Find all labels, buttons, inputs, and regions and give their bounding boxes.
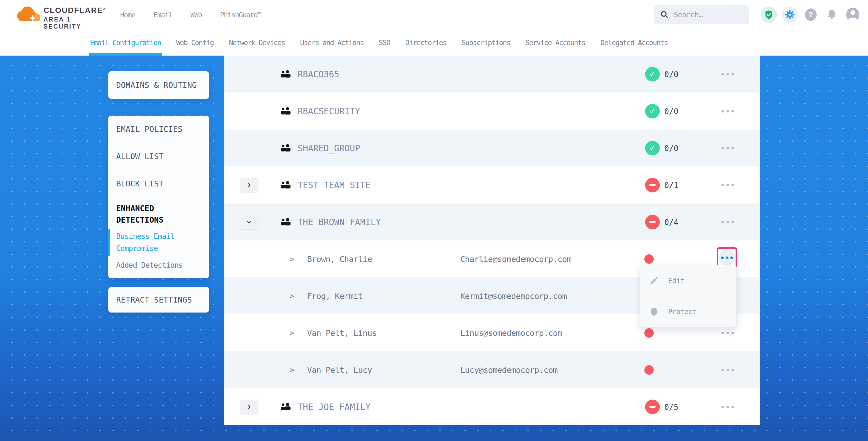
group-name: THE JOE FAMILY — [298, 402, 371, 412]
sidebar-item-email-policies[interactable]: EMAIL POLICIES — [108, 116, 209, 143]
sidebar-item-allow-list[interactable]: ALLOW LIST — [108, 143, 209, 170]
brand-name: CLOUDFLARE® — [43, 6, 106, 15]
row-menu-button[interactable] — [719, 69, 736, 80]
sidebar-item-business-email-compromise[interactable]: Business Email Compromise — [116, 230, 203, 255]
tab-subscriptions[interactable]: Subscriptions — [462, 29, 510, 56]
sidebar-item-added-detections[interactable]: Added Detections — [116, 259, 203, 271]
tab-sso[interactable]: SSO — [379, 29, 390, 56]
tab-network-devices[interactable]: Network Devices — [229, 29, 285, 56]
expand-row-button[interactable] — [240, 178, 258, 192]
check-icon: ✓ — [649, 106, 656, 116]
search-icon — [660, 10, 669, 19]
tab-web-config[interactable]: Web Config — [176, 29, 214, 56]
tab-users-and-actions[interactable]: Users and Actions — [300, 29, 364, 56]
expand-row-button[interactable] — [240, 400, 258, 414]
status-ok-badge: ✓ — [645, 141, 660, 155]
alert-dot — [644, 328, 654, 338]
user-email: Linus@somedemocorp.com — [460, 328, 562, 338]
protection-count: 0/4 — [664, 217, 678, 226]
group-name: SHARED_GROUP — [298, 143, 360, 153]
table-row: THE BROWN FAMILY 0/4 — [224, 203, 760, 241]
cloudflare-cloud-icon — [15, 4, 42, 25]
user-email: Lucy@somedemocorp.com — [460, 365, 558, 375]
row-menu-button[interactable] — [719, 365, 736, 375]
group-icon — [280, 70, 292, 78]
cloudflare-logo: CLOUDFLARE® AREA 1 SECURITY — [15, 4, 104, 26]
sidebar-item-domains-routing[interactable]: DOMAINS & ROUTING — [116, 81, 197, 90]
user-name: Brown, Charlie — [307, 254, 372, 264]
status-shield-button[interactable] — [758, 6, 779, 23]
sidebar-card-retract-settings[interactable]: RETRACT SETTINGS — [108, 287, 209, 313]
tab-service-accounts[interactable]: Service Accounts — [526, 29, 585, 56]
chevron-right-icon — [246, 404, 252, 410]
user-email: Charlie@somedemocorp.com — [460, 254, 571, 264]
brand-subtitle: AREA 1 SECURITY — [43, 16, 106, 30]
check-icon: ✓ — [649, 144, 656, 153]
sidebar-item-retract-settings[interactable]: RETRACT SETTINGS — [116, 295, 192, 305]
group-name: TEST TEAM SITE — [298, 180, 371, 190]
minus-icon — [649, 184, 656, 186]
status-ok-badge: ✓ — [645, 104, 660, 119]
registered-mark: ® — [103, 7, 106, 11]
user-name: Van Pelt, Lucy — [307, 365, 372, 375]
config-tabs: Email Configuration Web Config Network D… — [0, 29, 868, 56]
context-menu-protect-label: Protect — [668, 308, 696, 316]
tab-delegated-accounts[interactable]: Delegated Accounts — [600, 29, 668, 56]
row-context-menu: Edit Protect — [640, 265, 737, 327]
status-blocked-badge — [645, 215, 660, 229]
sidebar-item-enhanced-detections[interactable]: ENHANCED DETECTIONS — [116, 203, 203, 226]
status-ok-badge: ✓ — [645, 67, 660, 82]
group-icon — [280, 181, 292, 190]
row-menu-button[interactable] — [719, 180, 736, 190]
top-nav: Home Email Web PhishGuard™ — [120, 0, 261, 29]
table-row: THE JOE FAMILY 0/5 — [224, 388, 760, 425]
search-box[interactable] — [654, 5, 749, 24]
account-button[interactable] — [842, 8, 863, 22]
user-name: Van Pelt, Linus — [307, 328, 377, 338]
group-name: THE BROWN FAMILY — [298, 217, 381, 227]
top-nav-web[interactable]: Web — [190, 11, 202, 19]
top-nav-home[interactable]: Home — [120, 11, 135, 19]
child-marker: > — [290, 328, 294, 338]
sidebar-item-block-list[interactable]: BLOCK LIST — [108, 170, 209, 197]
user-email: Kermit@somedemocorp.com — [460, 291, 567, 301]
row-menu-button[interactable] — [719, 106, 736, 117]
groups-table: RBACO365 ✓ 0/0 RBACSECURITY ✓ 0/0 SHARED… — [224, 56, 760, 425]
protection-count: 0/1 — [664, 180, 678, 190]
child-marker: > — [290, 255, 294, 263]
group-icon — [280, 218, 292, 226]
row-menu-button[interactable] — [719, 402, 736, 412]
tab-email-configuration[interactable]: Email Configuration — [90, 29, 161, 56]
sidebar-card-email-policies: EMAIL POLICIES ALLOW LIST BLOCK LIST ENH… — [108, 116, 209, 278]
context-menu-edit-label: Edit — [668, 277, 684, 285]
tab-directories[interactable]: Directories — [405, 29, 446, 56]
sidebar-section-enhanced-detections: ENHANCED DETECTIONS Business Email Compr… — [108, 197, 209, 271]
row-menu-button[interactable] — [719, 328, 736, 338]
status-blocked-badge — [645, 178, 660, 192]
row-menu-button-active[interactable] — [719, 250, 735, 266]
help-button[interactable]: ? — [800, 8, 821, 21]
collapse-row-button[interactable] — [240, 215, 258, 229]
top-nav-email[interactable]: Email — [153, 11, 172, 19]
settings-button[interactable] — [779, 6, 800, 23]
sidebar-card-domains-routing[interactable]: DOMAINS & ROUTING — [108, 71, 209, 99]
child-marker: > — [290, 366, 294, 374]
top-nav-phishguard[interactable]: PhishGuard™ — [220, 11, 261, 19]
status-blocked-badge — [645, 400, 660, 414]
context-menu-protect[interactable]: Protect — [640, 296, 736, 327]
row-menu-button[interactable] — [719, 217, 736, 227]
group-icon — [280, 403, 292, 411]
protection-count: 0/0 — [664, 144, 678, 153]
alert-dot — [644, 254, 654, 264]
check-icon: ✓ — [649, 69, 656, 78]
protection-count: 0/0 — [664, 106, 678, 116]
group-name: RBACO365 — [298, 69, 339, 79]
context-menu-edit[interactable]: Edit — [640, 265, 736, 296]
user-icon — [846, 8, 859, 22]
search-input[interactable] — [674, 10, 737, 19]
protection-count: 0/0 — [664, 69, 678, 78]
shield-icon — [649, 307, 659, 316]
row-menu-button[interactable] — [719, 143, 736, 153]
notifications-button[interactable] — [821, 9, 842, 21]
app-header: CLOUDFLARE® AREA 1 SECURITY Home Email W… — [0, 0, 868, 29]
